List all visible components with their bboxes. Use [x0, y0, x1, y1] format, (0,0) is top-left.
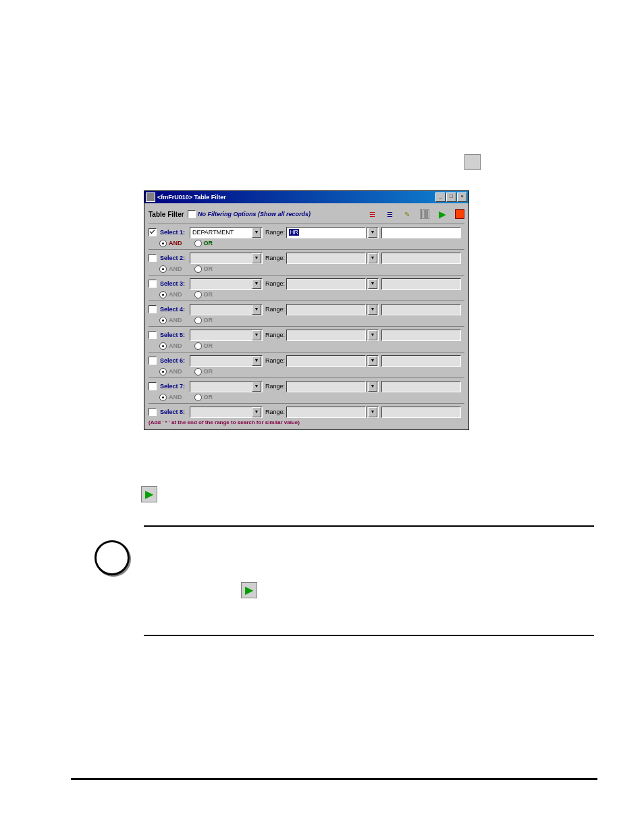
step-circle: [95, 540, 130, 575]
chevron-down-icon: ▼: [252, 356, 261, 366]
range-to[interactable]: [381, 227, 461, 238]
hint-text: (Add ' * ' at the end of the range to se…: [149, 418, 464, 427]
row-label: Select 3:: [160, 280, 190, 287]
range-label: Range:: [265, 383, 285, 390]
chevron-down-icon: ▼: [252, 330, 261, 340]
close-button[interactable]: ×: [457, 192, 467, 202]
chevron-down-icon: ▼: [368, 407, 377, 417]
range-label: Range:: [265, 409, 285, 415]
go-button-1[interactable]: ▶: [141, 486, 157, 502]
list-blue-icon[interactable]: ☰: [385, 209, 394, 219]
range-from: [286, 355, 366, 367]
list-red-icon[interactable]: ☰: [367, 209, 377, 219]
divider: [144, 525, 594, 527]
row-label: Select 6:: [160, 357, 190, 364]
range-to: [381, 330, 461, 341]
go-button-2[interactable]: ▶: [241, 582, 257, 598]
and-radio[interactable]: AND: [159, 240, 182, 247]
range-label: Range:: [265, 280, 285, 287]
row-checkbox[interactable]: [149, 280, 157, 288]
range-from: [286, 330, 366, 341]
and-radio: AND: [159, 342, 182, 350]
field-combo: ▼: [190, 381, 263, 392]
row-checkbox[interactable]: [149, 305, 157, 313]
row-label: Select 7:: [160, 383, 190, 390]
row-checkbox[interactable]: [149, 408, 157, 416]
field-combo: ▼: [190, 330, 263, 341]
window-icon: [146, 192, 155, 202]
or-radio: OR: [194, 265, 213, 273]
row-label: Select 5:: [160, 332, 190, 338]
filter-row-5: Select 5:▼Range:▼ANDOR: [149, 326, 464, 350]
chevron-down-icon: ▼: [368, 356, 377, 366]
field-combo: ▼: [190, 407, 263, 418]
row-checkbox[interactable]: [149, 382, 157, 390]
range-to: [381, 381, 461, 392]
chevron-down-icon: ▼: [368, 253, 377, 263]
filter-row-8: Select 8:▼Range:▼: [149, 403, 464, 418]
row-checkbox[interactable]: [149, 228, 157, 236]
range-from-dd: ▼: [367, 304, 379, 315]
and-radio: AND: [159, 265, 182, 273]
minimize-button[interactable]: _: [435, 192, 446, 202]
divider: [144, 635, 594, 636]
app-icon: [464, 154, 481, 170]
row-label: Select 4:: [160, 306, 190, 313]
field-combo: ▼: [190, 304, 263, 315]
colors-icon[interactable]: [420, 209, 429, 219]
no-filter-checkbox[interactable]: [188, 210, 196, 218]
filter-row-6: Select 6:▼Range:▼ANDOR: [149, 352, 464, 376]
range-from: [286, 278, 366, 290]
stop-icon[interactable]: [455, 209, 464, 219]
range-label: Range:: [265, 306, 285, 313]
field-combo: ▼: [190, 355, 263, 367]
and-radio: AND: [159, 368, 182, 375]
filter-row-3: Select 3:▼Range:▼ANDOR: [149, 275, 464, 299]
filter-heading: Table Filter: [149, 211, 188, 218]
range-label: Range:: [265, 332, 285, 338]
go-icon[interactable]: ▶: [437, 209, 447, 219]
and-radio: AND: [159, 394, 182, 401]
chevron-down-icon: ▼: [252, 407, 261, 417]
titlebar[interactable]: <fmFrU010> Table Filter _ □ ×: [144, 191, 468, 203]
range-label: Range:: [265, 229, 285, 236]
range-from[interactable]: HR: [286, 227, 366, 238]
window-title: <fmFrU010> Table Filter: [157, 194, 435, 201]
or-radio[interactable]: OR: [194, 240, 213, 247]
range-from: [286, 304, 366, 315]
filter-row-1: Select 1:DEPARTMENT▼Range:HR▼ANDOR: [149, 224, 464, 248]
field-combo[interactable]: DEPARTMENT▼: [190, 227, 263, 238]
edit-icon[interactable]: ✎: [402, 209, 412, 219]
row-label: Select 8:: [160, 409, 190, 415]
chevron-down-icon: ▼: [252, 305, 261, 315]
range-from: [286, 253, 366, 264]
range-from-dd: ▼: [367, 278, 379, 290]
range-from-dd: ▼: [367, 355, 379, 367]
row-checkbox[interactable]: [149, 331, 157, 339]
range-from-dd: ▼: [367, 381, 379, 392]
row-checkbox[interactable]: [149, 254, 157, 262]
footer-divider: [71, 778, 597, 780]
row-label: Select 1:: [160, 229, 190, 236]
row-label: Select 2:: [160, 255, 190, 261]
range-from-dd[interactable]: ▼: [367, 227, 379, 238]
or-radio: OR: [194, 368, 213, 375]
field-combo: ▼: [190, 253, 263, 264]
chevron-down-icon: ▼: [252, 253, 261, 263]
maximize-button[interactable]: □: [446, 192, 456, 202]
or-radio: OR: [194, 394, 213, 401]
or-radio: OR: [194, 342, 213, 350]
no-filter-label: No Filtering Options (Show all records): [198, 211, 311, 217]
range-from: [286, 381, 366, 392]
filter-row-2: Select 2:▼Range:▼ANDOR: [149, 249, 464, 273]
chevron-down-icon: ▼: [252, 228, 261, 238]
filter-row-7: Select 7:▼Range:▼ANDOR: [149, 377, 464, 402]
row-checkbox[interactable]: [149, 357, 157, 365]
field-combo: ▼: [190, 278, 263, 290]
chevron-down-icon: ▼: [368, 382, 377, 392]
range-from-dd: ▼: [367, 407, 379, 418]
filter-row-4: Select 4:▼Range:▼ANDOR: [149, 301, 464, 325]
chevron-down-icon: ▼: [368, 279, 377, 289]
or-radio: OR: [194, 317, 213, 324]
table-filter-window: <fmFrU010> Table Filter _ □ × Table Filt…: [144, 190, 469, 430]
